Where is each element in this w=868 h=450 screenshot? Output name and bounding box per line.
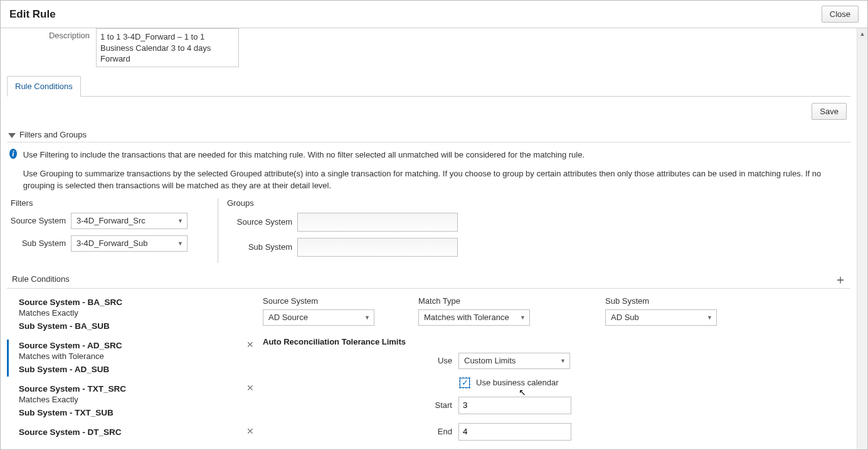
filter-sub-row: Sub System 3-4D_Forward_Sub ▼	[9, 235, 210, 252]
chevron-down-icon: ▼	[364, 314, 370, 321]
business-calendar-checkbox[interactable]: ✓	[460, 378, 470, 388]
group-source-label: Source System	[226, 217, 292, 227]
condition-item-wrap: Source System - DT_SRC ✕	[7, 426, 257, 439]
end-label: End	[430, 427, 452, 436]
description-area: Description 1 to 1 3-4D_Forward – 1 to 1…	[7, 28, 850, 73]
filters-title: Filters	[9, 198, 210, 208]
edit-rule-dialog: Edit Rule Close ▲ Description 1 to 1 3-4…	[0, 0, 868, 450]
save-button[interactable]: Save	[812, 103, 847, 120]
condition-detail: Source System AD Source ▼ Match Type Mat…	[257, 289, 850, 450]
detail-sub-value: AD Sub	[611, 313, 639, 322]
start-label: Start	[430, 400, 452, 410]
info-line1: Use Filtering to include the transaction…	[23, 149, 835, 161]
filter-source-label: Source System	[9, 216, 66, 226]
chevron-down-icon: ▼	[707, 314, 712, 321]
dialog-header: Edit Rule Close	[1, 1, 867, 28]
rule-conditions-body: Source System - BA_SRC Matches Exactly S…	[7, 289, 850, 450]
use-label: Use	[430, 356, 452, 365]
dialog-body: Description 1 to 1 3-4D_Forward – 1 to 1…	[1, 28, 857, 449]
detail-row: Source System AD Source ▼ Match Type Mat…	[263, 296, 844, 326]
info-icon: i	[9, 149, 17, 159]
filters-groups-title: Filters and Groups	[19, 130, 87, 139]
start-input[interactable]	[458, 397, 571, 414]
divider	[218, 198, 218, 263]
detail-match-field: Match Type Matches with Tolerance ▼	[418, 296, 530, 326]
info-line2: Use Grouping to summarize transactions b…	[23, 168, 835, 192]
detail-sub-field: Sub System AD Sub ▼	[605, 296, 717, 326]
chevron-down-icon: ▼	[520, 314, 526, 321]
condition-item[interactable]: Source System - TXT_SRC Matches Exactly …	[7, 383, 244, 420]
chevron-down-icon: ▼	[560, 358, 566, 364]
condition-title: Source System - DT_SRC	[19, 427, 238, 437]
dialog-title: Edit Rule	[9, 8, 56, 21]
tolerance-title: Auto Reconciliation Tolerance Limits	[263, 337, 844, 346]
condition-sub: Sub System - TXT_SUB	[19, 408, 238, 417]
groups-column: Groups Source System Sub System	[226, 198, 458, 263]
tab-rule-conditions[interactable]: Rule Conditions	[7, 76, 81, 97]
info-message: i Use Filtering to include the transacti…	[7, 142, 850, 192]
filters-groups-header[interactable]: Filters and Groups	[7, 126, 850, 142]
filter-sub-label: Sub System	[9, 238, 66, 249]
filters-column: Filters Source System 3-4D_Forward_Src ▼…	[9, 198, 210, 263]
condition-title: Source System - BA_SRC	[19, 297, 250, 307]
detail-source-field: Source System AD Source ▼	[263, 296, 374, 326]
delete-condition-icon[interactable]: ✕	[244, 426, 257, 436]
use-row: Use Custom Limits ▼	[263, 353, 844, 369]
group-sub-label: Sub System	[226, 242, 292, 252]
description-label: Description	[7, 28, 90, 40]
tab-bar: Rule Conditions	[7, 76, 850, 97]
condition-sub: Sub System - BA_SUB	[19, 321, 250, 331]
detail-source-value: AD Source	[268, 313, 308, 322]
end-input[interactable]	[458, 423, 571, 441]
filter-source-value: 3-4D_Forward_Src	[77, 216, 146, 225]
collapse-icon	[8, 133, 16, 138]
detail-match-label: Match Type	[418, 296, 530, 306]
group-source-input[interactable]	[297, 213, 458, 232]
detail-match-select[interactable]: Matches with Tolerance ▼	[418, 309, 530, 326]
group-source-row: Source System	[226, 213, 458, 232]
use-value: Custom Limits	[464, 356, 516, 365]
group-sub-input[interactable]	[297, 238, 458, 257]
condition-match: Matches with Tolerance	[19, 351, 238, 361]
rule-conditions-title: Rule Conditions	[12, 274, 70, 284]
start-row: Start	[263, 397, 844, 414]
business-calendar-label: Use business calendar	[476, 378, 559, 387]
delete-condition-icon[interactable]: ✕	[244, 340, 257, 350]
condition-title: Source System - TXT_SRC	[19, 384, 238, 394]
detail-source-select[interactable]: AD Source ▼	[263, 309, 374, 326]
vertical-scrollbar[interactable]: ▲	[857, 28, 867, 449]
close-button[interactable]: Close	[822, 6, 859, 23]
filter-sub-select[interactable]: 3-4D_Forward_Sub ▼	[71, 235, 188, 252]
condition-title: Source System - AD_SRC	[19, 341, 238, 350]
use-select[interactable]: Custom Limits ▼	[458, 353, 570, 369]
chevron-down-icon: ▼	[177, 218, 183, 224]
filter-source-select[interactable]: 3-4D_Forward_Src ▼	[71, 213, 188, 229]
rule-conditions-header: Rule Conditions ＋	[7, 269, 850, 289]
description-input[interactable]: 1 to 1 3-4D_Forward – 1 to 1 Business Ca…	[96, 28, 239, 67]
condition-item[interactable]: Source System - AD_SRC Matches with Tole…	[7, 340, 244, 377]
info-text: Use Filtering to include the transaction…	[23, 149, 848, 192]
condition-list: Source System - BA_SRC Matches Exactly S…	[7, 289, 257, 450]
group-sub-row: Sub System	[226, 238, 458, 257]
condition-item-wrap: Source System - AD_SRC Matches with Tole…	[7, 340, 257, 377]
condition-match: Matches Exactly	[19, 395, 238, 404]
detail-match-value: Matches with Tolerance	[424, 313, 509, 322]
delete-condition-icon[interactable]: ✕	[244, 383, 257, 393]
save-row: Save	[7, 97, 850, 126]
condition-item[interactable]: Source System - DT_SRC	[7, 426, 244, 439]
groups-title: Groups	[226, 198, 458, 208]
end-row: End	[263, 423, 844, 441]
description-text: 1 to 1 3-4D_Forward – 1 to 1 Business Ca…	[100, 32, 211, 63]
calendar-row: ✓ Use business calendar	[263, 378, 844, 388]
detail-sub-label: Sub System	[605, 296, 717, 306]
condition-item-wrap: Source System - TXT_SRC Matches Exactly …	[7, 383, 257, 420]
condition-match: Matches Exactly	[19, 308, 250, 318]
detail-source-label: Source System	[263, 296, 374, 306]
condition-sub: Sub System - AD_SUB	[19, 365, 238, 374]
condition-item[interactable]: Source System - BA_SRC Matches Exactly S…	[7, 296, 257, 333]
detail-sub-select[interactable]: AD Sub ▼	[605, 309, 717, 326]
scroll-up-arrow-icon[interactable]: ▲	[857, 28, 867, 39]
filter-source-row: Source System 3-4D_Forward_Src ▼	[9, 213, 210, 229]
add-condition-button[interactable]: ＋	[834, 273, 847, 286]
filters-groups-body: Filters Source System 3-4D_Forward_Src ▼…	[7, 192, 850, 269]
